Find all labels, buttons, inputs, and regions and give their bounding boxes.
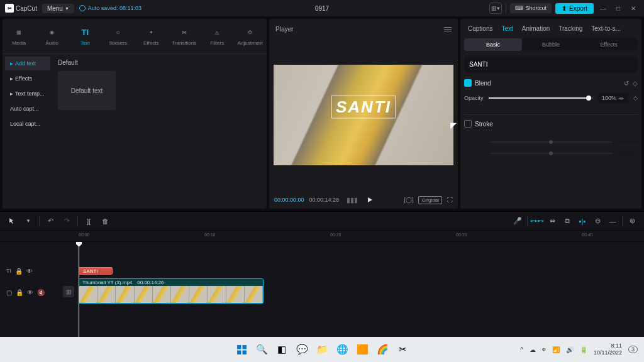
timeline-ruler[interactable]: 00:00 00:10 00:20 00:30 00:40 (0, 231, 644, 242)
playhead[interactable] (79, 242, 79, 337)
subtab-bubble[interactable]: Bubble (522, 38, 580, 51)
svg-rect-1 (242, 345, 246, 349)
zoom-out-icon[interactable]: ⊖ (592, 216, 603, 227)
opacity-slider[interactable] (489, 97, 593, 99)
shortcut-button[interactable]: ⌨ Shortcut (510, 3, 552, 13)
chain-icon[interactable]: ⧉ (562, 216, 573, 227)
link-icon[interactable]: ⇔ (547, 216, 558, 227)
video-track-icon: ▢ (6, 289, 12, 296)
project-title: 0917 (315, 5, 329, 12)
zoom-slider-icon[interactable]: — (607, 216, 618, 227)
chat-icon[interactable]: 💬 (293, 341, 311, 358)
opacity-label: Opacity (464, 95, 484, 101)
blend-checkbox[interactable] (464, 79, 472, 87)
layout-icon[interactable]: ▥▾ (489, 3, 502, 14)
mute-icon[interactable]: 🔇 (37, 289, 45, 296)
default-text-thumbnail[interactable]: Default text (58, 71, 116, 110)
redo-button[interactable]: ↷ (61, 216, 72, 227)
split-tool[interactable]: ]​[ (83, 216, 94, 227)
notifications-icon[interactable]: 3 (628, 346, 638, 353)
rtab-captions[interactable]: Captions (464, 23, 496, 35)
search-icon[interactable]: 🔍 (253, 341, 270, 358)
fullscreen-icon[interactable]: ⛶ (447, 197, 453, 203)
tab-effects[interactable]: ✦Effects (135, 19, 168, 53)
video-clip[interactable]: Thumbnail YT (3).mp400:00:14:26 (79, 278, 264, 304)
rtab-animation[interactable]: Animation (518, 23, 553, 35)
taskview-icon[interactable]: ◧ (273, 341, 291, 358)
app1-icon[interactable]: 🟧 (353, 341, 371, 358)
content-header: Default (58, 59, 262, 66)
explorer-icon[interactable]: 📁 (313, 341, 331, 358)
undo-button[interactable]: ↶ (45, 216, 56, 227)
subtab-basic[interactable]: Basic (464, 38, 522, 51)
visibility-icon[interactable]: 👁 (27, 289, 33, 296)
mic-icon[interactable]: 🎤 (512, 216, 523, 227)
delete-tool[interactable]: 🗑 (99, 216, 111, 227)
timecode-current: 00:00:00:00 (274, 197, 304, 203)
lock-icon[interactable]: 🔒 (15, 268, 23, 275)
asset-tabs: ▦Media ◉Audio TIText ☺Stickers ✦Effects … (3, 19, 267, 54)
app-logo: ✂ CapCut (5, 4, 37, 13)
mouse-cursor: ◤ (450, 121, 457, 130)
rtab-tracking[interactable]: Tracking (555, 23, 586, 35)
chrome-icon[interactable]: 🌈 (374, 341, 391, 358)
export-button[interactable]: ⬆ Export (555, 3, 594, 14)
window-close[interactable]: ✕ (628, 3, 639, 14)
edge-icon[interactable]: 🌐 (333, 341, 351, 358)
preview-toggle-icon[interactable]: ▪|▪ (577, 216, 588, 227)
autosave-status: Auto saved: 08:11:03 (79, 5, 142, 11)
svg-rect-3 (242, 350, 246, 354)
play-button[interactable] (368, 197, 372, 202)
rtab-text[interactable]: Text (497, 23, 516, 35)
text-clip[interactable]: SANTI (79, 267, 113, 275)
tab-text[interactable]: TIText (69, 19, 102, 53)
blend-label: Blend (475, 80, 491, 87)
keyframe-icon[interactable]: ◇ (633, 80, 638, 87)
scale-icon[interactable]: [◯] (404, 197, 413, 203)
tray-chevron-icon[interactable]: ^ (520, 346, 523, 353)
window-minimize[interactable]: — (597, 3, 609, 14)
rtab-tts[interactable]: Text-to-s... (587, 23, 625, 35)
battery-icon[interactable]: 🔋 (580, 346, 587, 353)
svg-rect-2 (237, 350, 241, 354)
window-maximize[interactable]: □ (613, 3, 624, 14)
text-overlay[interactable]: SANTI (331, 96, 396, 119)
start-button[interactable] (233, 341, 250, 358)
opacity-value[interactable]: 100%◂▸ (598, 93, 628, 103)
player-menu-icon[interactable] (444, 27, 452, 31)
stroke-checkbox[interactable] (464, 120, 472, 128)
capcut-taskbar-icon[interactable]: ✂ (394, 341, 411, 358)
reset-icon[interactable]: ↺ (624, 80, 629, 87)
magnet-icon[interactable]: ⊶⊷ (531, 216, 543, 227)
player-title: Player (275, 26, 293, 33)
zoom-fit-icon[interactable]: ⊚ (626, 216, 638, 227)
sidebar-item-add-text[interactable]: ▸Add text (5, 57, 50, 70)
sidebar-item-local-captions[interactable]: Local capt... (5, 117, 50, 131)
tab-media[interactable]: ▦Media (3, 19, 36, 53)
tab-audio[interactable]: ◉Audio (36, 19, 69, 53)
pointer-tool[interactable] (6, 216, 18, 227)
opacity-keyframe-icon[interactable]: ◇ (633, 95, 638, 101)
menu-button[interactable]: Menu▼ (42, 4, 74, 13)
language-indicator[interactable]: Ф (542, 347, 546, 353)
sidebar-item-effects[interactable]: ▸Effects (5, 72, 50, 85)
text-content-input[interactable]: SANTI (464, 56, 638, 73)
dropdown-icon[interactable]: ▼ (23, 216, 34, 227)
lock-icon[interactable]: 🔒 (16, 289, 23, 296)
stroke-label: Stroke (475, 121, 493, 128)
system-clock[interactable]: 8:1110/11/2022 (594, 343, 622, 356)
tab-stickers[interactable]: ☺Stickers (102, 19, 135, 53)
wifi-icon[interactable]: 📶 (552, 346, 560, 353)
onedrive-icon[interactable]: ☁ (530, 346, 536, 353)
sidebar-item-auto-captions[interactable]: Auto capt... (5, 102, 50, 116)
visibility-icon[interactable]: 👁 (26, 268, 33, 275)
preview-canvas[interactable]: SANTI (274, 65, 453, 165)
tab-filters[interactable]: ◬Filters (201, 19, 234, 53)
tab-transitions[interactable]: ⋈Transitions (168, 19, 201, 53)
sidebar-item-text-templates[interactable]: ▸Text temp... (5, 87, 50, 101)
tab-adjustment[interactable]: ⚙Adjustment (234, 19, 267, 53)
svg-rect-0 (237, 345, 241, 349)
quality-badge[interactable]: Original (418, 196, 442, 204)
volume-icon[interactable]: 🔊 (566, 346, 574, 353)
subtab-effects[interactable]: Effects (580, 38, 638, 51)
